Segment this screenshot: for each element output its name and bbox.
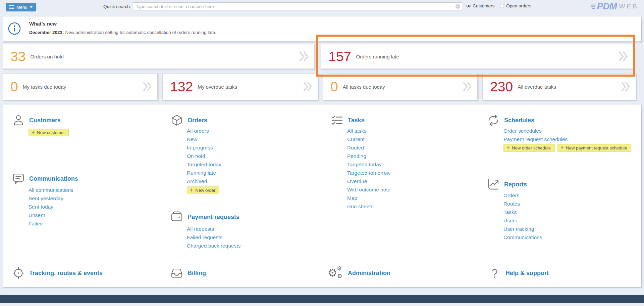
menu-link[interactable]: Targeted today: [187, 160, 221, 169]
menu-link[interactable]: Payment request schedules: [503, 135, 568, 143]
search-input[interactable]: [133, 3, 454, 10]
section-title-reports[interactable]: Reports: [504, 181, 527, 188]
pdm-web-logo: PDM WEB: [591, 1, 639, 12]
menu-link[interactable]: Map: [347, 194, 390, 202]
plus-icon: +: [560, 145, 564, 150]
menu-link[interactable]: All communications: [29, 186, 73, 194]
stat-value: 0: [10, 80, 18, 94]
stat-label: All tasks due today: [343, 84, 385, 90]
menu-link[interactable]: Orders: [503, 191, 542, 200]
menu-link[interactable]: Routed: [347, 143, 390, 152]
whats-new-date: December 2023:: [29, 30, 64, 35]
app-window: Menu Quick search: ✕ Customers Open orde…: [0, 0, 644, 306]
menu-link[interactable]: Users: [503, 216, 542, 225]
section-title-communications[interactable]: Communications: [29, 175, 78, 182]
reports-links: OrdersRoutesTasksUsersUser trackingCommu…: [503, 191, 542, 242]
section-title-billing[interactable]: Billing: [187, 270, 206, 277]
stat-value: 0: [330, 80, 338, 94]
chevron-down-icon: [30, 6, 33, 8]
stat-card-orders-on-hold[interactable]: 33 Orders on hold: [3, 44, 315, 69]
clear-search-icon[interactable]: ✕: [455, 4, 460, 9]
stat-card-orders-running-late[interactable]: 157 Orders running late: [321, 44, 634, 69]
menu-link[interactable]: Targeted tomorrow: [347, 169, 390, 177]
radio-customers-label: Customers: [473, 3, 494, 8]
section-title-tracking[interactable]: Tracking, routes & events: [29, 270, 103, 277]
section-title-administration[interactable]: Administration: [348, 270, 390, 277]
section-title-customers[interactable]: Customers: [29, 117, 61, 124]
main-menu-panel: Customers + New customer Orders All orde…: [3, 104, 641, 287]
stat-card-all-tasks-due-today[interactable]: 0 All tasks due today: [323, 73, 478, 100]
menu-link[interactable]: In progress: [187, 143, 221, 152]
section-help-support: Help & support: [488, 266, 549, 280]
whats-new-text: New administration setting for automatic…: [65, 30, 216, 35]
section-title-tasks[interactable]: Tasks: [348, 117, 365, 124]
new-payment-request-schedule-button[interactable]: + New payment request schedule: [557, 144, 631, 152]
section-title-schedules[interactable]: Schedules: [504, 117, 534, 124]
chevron-double-icon: [618, 51, 628, 62]
new-order-schedule-button[interactable]: + New order schedule: [503, 144, 555, 152]
menu-link[interactable]: Communications: [503, 233, 542, 242]
schedules-links: Order schedulesPayment request schedules: [503, 127, 568, 143]
menu-button[interactable]: Menu: [6, 3, 36, 11]
menu-link[interactable]: Running late: [187, 169, 221, 177]
stat-card-my-tasks-due-today[interactable]: 0 My tasks due today: [3, 73, 158, 100]
menu-link[interactable]: Current: [347, 135, 390, 143]
gears-icon: ⚙ ⚙ ⚙: [328, 266, 344, 280]
chevron-double-icon: [303, 81, 312, 92]
search-scope-radios: Customers Open orders: [466, 3, 531, 8]
menu-link[interactable]: Sent yesterday: [29, 194, 73, 203]
menu-link[interactable]: Pending: [347, 152, 390, 160]
radio-customers[interactable]: Customers: [466, 3, 494, 8]
menu-button-label: Menu: [16, 5, 28, 10]
menu-link[interactable]: Overdue: [347, 177, 390, 185]
stat-card-my-overdue-tasks[interactable]: 132 My overdue tasks: [162, 73, 318, 100]
menu-link[interactable]: On hold: [187, 152, 221, 160]
radio-selected-icon: [466, 4, 471, 8]
section-customers: Customers: [12, 113, 61, 128]
menu-link[interactable]: With outcome note: [347, 185, 390, 194]
wallet-icon: [170, 210, 183, 224]
stat-label: My tasks due today: [23, 84, 66, 90]
new-order-button[interactable]: + New order: [187, 186, 219, 194]
menu-link[interactable]: Unsent: [29, 211, 73, 219]
menu-link[interactable]: Sent today: [29, 203, 73, 211]
new-customer-button[interactable]: + New customer: [29, 129, 69, 136]
menu-link[interactable]: Order schedules: [503, 127, 568, 135]
stat-card-all-overdue-tasks[interactable]: 230 All overdue tasks: [482, 73, 636, 100]
menu-link[interactable]: New: [187, 135, 221, 143]
menu-link[interactable]: Charged back requests: [187, 242, 240, 250]
section-title-payment-requests[interactable]: Payment requests: [187, 214, 239, 221]
section-title-help[interactable]: Help & support: [505, 270, 549, 277]
menu-link[interactable]: Failed requests: [187, 233, 240, 242]
schedules-buttons: + New order schedule + New payment reque…: [503, 144, 631, 152]
menu-link[interactable]: Failed: [29, 219, 73, 228]
payment-requests-links: All requestsFailed requestsCharged back …: [187, 225, 240, 250]
plus-icon: +: [190, 187, 193, 193]
communications-links: All communicationsSent yesterdaySent tod…: [29, 186, 73, 228]
menu-link[interactable]: All requests: [187, 225, 240, 233]
menu-link[interactable]: Run sheets: [347, 202, 390, 211]
repeat-cycle-icon: [487, 113, 500, 128]
quick-search-label: Quick search:: [103, 4, 131, 9]
whats-new-banner: What's new December 2023:New administrat…: [3, 16, 641, 42]
whats-new-title: What's new: [29, 21, 57, 27]
menu-link[interactable]: Routes: [503, 200, 542, 208]
section-title-orders[interactable]: Orders: [187, 117, 207, 124]
section-reports: Reports: [487, 177, 527, 192]
menu-link[interactable]: All tasks: [347, 127, 390, 135]
section-communications: Communications: [12, 171, 78, 186]
menu-link[interactable]: Archived: [187, 177, 221, 185]
menu-link[interactable]: User tracking: [503, 225, 542, 233]
speech-bubble-icon: [12, 171, 25, 186]
checklist-icon: [330, 113, 344, 128]
menu-link[interactable]: All orders: [187, 127, 221, 135]
stat-value: 132: [170, 80, 193, 94]
stat-value: 33: [10, 50, 26, 63]
menu-link[interactable]: Targeted today: [347, 160, 390, 169]
chevron-double-icon: [299, 51, 309, 62]
stat-label: Orders on hold: [31, 54, 64, 59]
chart-line-icon: [487, 177, 500, 192]
plus-icon: +: [506, 145, 509, 150]
menu-link[interactable]: Tasks: [503, 208, 542, 216]
radio-open-orders[interactable]: Open orders: [500, 3, 531, 8]
